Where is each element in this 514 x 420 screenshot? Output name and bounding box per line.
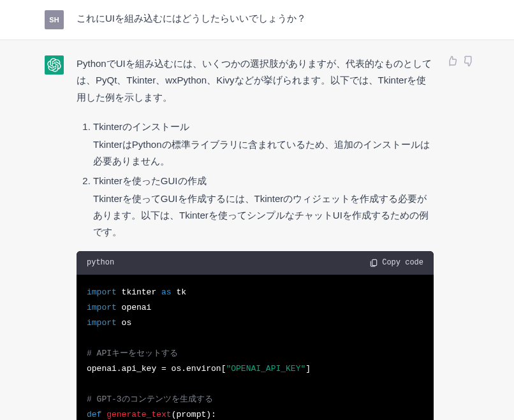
list-item: Tkinterのインストール TkinterはPythonの標準ライブラリに含ま… <box>93 119 434 170</box>
svg-rect-0 <box>372 259 377 265</box>
list-item-desc: Tkinterを使ってGUIを作成するには、Tkinterのウィジェットを作成す… <box>93 191 434 241</box>
message-actions <box>446 55 474 420</box>
list-item-title: Tkinterを使ったGUIの作成 <box>93 175 207 186</box>
openai-logo-icon <box>47 58 61 72</box>
user-message-text: これにUIを組み込むにはどうしたらいいでしょうか？ <box>77 10 434 29</box>
user-avatar-label: SH <box>49 16 59 24</box>
user-message-row: SH これにUIを組み込むにはどうしたらいいでしょうか？ <box>0 0 514 40</box>
code-block: python Copy code import tkinter as tk im… <box>77 251 434 421</box>
thumbs-up-icon[interactable] <box>446 55 458 67</box>
thumbs-down-icon[interactable] <box>463 55 474 67</box>
list-item-title: Tkinterのインストール <box>93 121 189 132</box>
copy-code-label: Copy code <box>382 256 423 270</box>
copy-code-button[interactable]: Copy code <box>369 256 423 270</box>
assistant-avatar <box>45 55 64 75</box>
code-content: import tkinter as tk import openai impor… <box>77 275 434 421</box>
assistant-intro-text: PythonでUIを組み込むには、いくつかの選択肢がありますが、代表的なものとし… <box>77 55 434 106</box>
code-language-label: python <box>87 256 114 270</box>
instruction-list: Tkinterのインストール TkinterはPythonの標準ライブラリに含ま… <box>77 119 434 241</box>
user-avatar: SH <box>45 10 64 29</box>
assistant-message-content: PythonでUIを組み込むには、いくつかの選択肢がありますが、代表的なものとし… <box>77 55 434 420</box>
code-header: python Copy code <box>77 251 434 275</box>
list-item: Tkinterを使ったGUIの作成 Tkinterを使ってGUIを作成するには、… <box>93 173 434 241</box>
list-item-desc: TkinterはPythonの標準ライブラリに含まれているため、追加のインストー… <box>93 136 434 170</box>
clipboard-icon <box>369 258 378 267</box>
assistant-message-row: PythonでUIを組み込むには、いくつかの選択肢がありますが、代表的なものとし… <box>0 40 514 420</box>
